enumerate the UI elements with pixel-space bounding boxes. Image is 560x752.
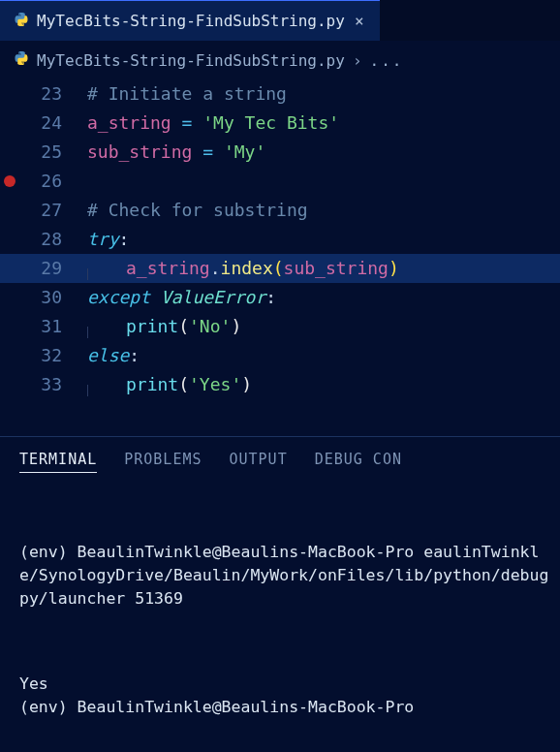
python-file-icon: [14, 50, 29, 70]
terminal-output[interactable]: (env) BeaulinTwinkle@Beaulins-MacBook-Pr…: [0, 481, 560, 752]
close-icon[interactable]: ×: [353, 12, 366, 30]
line-number[interactable]: 23: [0, 79, 87, 109]
panel-tab-output[interactable]: OUTPUT: [230, 451, 288, 473]
code-content: # Initiate a string: [87, 79, 287, 109]
code-line[interactable]: 28try:: [0, 225, 560, 254]
panel-tab-terminal[interactable]: TERMINAL: [19, 451, 97, 473]
line-number[interactable]: 27: [0, 196, 87, 225]
line-number[interactable]: 31: [0, 312, 87, 341]
line-number[interactable]: 25: [0, 138, 87, 167]
code-line[interactable]: 23# Initiate a string: [0, 79, 560, 109]
tab-bar: MyTecBits-String-FindSubString.py ×: [0, 0, 560, 41]
breadcrumb-label: MyTecBits-String-FindSubString.py: [37, 51, 345, 70]
code-line[interactable]: 26: [0, 167, 560, 196]
bottom-panel: TERMINALPROBLEMSOUTPUTDEBUG CON (env) Be…: [0, 436, 560, 752]
code-line[interactable]: 33print('Yes'): [0, 370, 560, 399]
panel-tabs: TERMINALPROBLEMSOUTPUTDEBUG CON: [0, 437, 560, 481]
line-number[interactable]: 24: [0, 109, 87, 138]
code-content: sub_string = 'My': [87, 138, 265, 167]
line-number[interactable]: 32: [0, 341, 87, 370]
breadcrumb-more[interactable]: ...: [370, 51, 404, 70]
code-line[interactable]: 31print('No'): [0, 312, 560, 341]
line-number[interactable]: 26: [0, 167, 87, 196]
code-content: print('Yes'): [87, 370, 252, 399]
code-content: else:: [87, 341, 140, 370]
python-file-icon: [14, 12, 29, 31]
code-line[interactable]: 30except ValueError:: [0, 283, 560, 312]
code-content: print('No'): [87, 312, 241, 341]
panel-tab-debug-con[interactable]: DEBUG CON: [315, 451, 402, 473]
code-line[interactable]: 32else:: [0, 341, 560, 370]
code-content: try:: [87, 225, 129, 254]
code-content: except ValueError:: [87, 283, 276, 312]
tab-label: MyTecBits-String-FindSubString.py: [37, 12, 345, 30]
line-number[interactable]: 33: [0, 370, 87, 399]
code-editor[interactable]: 23# Initiate a string24a_string = 'My Te…: [0, 76, 560, 436]
code-line[interactable]: 25sub_string = 'My': [0, 138, 560, 167]
code-content: a_string = 'My Tec Bits': [87, 109, 339, 138]
code-line[interactable]: 29a_string.index(sub_string): [0, 254, 560, 283]
terminal-line: Yes (env) BeaulinTwinkle@Beaulins-MacBoo…: [19, 673, 550, 719]
code-content: # Check for substring: [87, 196, 308, 225]
breadcrumb[interactable]: MyTecBits-String-FindSubString.py › ...: [0, 41, 560, 76]
line-number[interactable]: 28: [0, 225, 87, 254]
code-content: a_string.index(sub_string): [87, 254, 399, 283]
breakpoint-icon[interactable]: [4, 175, 16, 187]
terminal-line: (env) BeaulinTwinkle@Beaulins-MacBook-Pr…: [19, 541, 550, 611]
chevron-right-icon: ›: [353, 51, 362, 70]
code-line[interactable]: 27# Check for substring: [0, 196, 560, 225]
editor-tab[interactable]: MyTecBits-String-FindSubString.py ×: [0, 0, 380, 41]
code-line[interactable]: 24a_string = 'My Tec Bits': [0, 109, 560, 138]
line-number[interactable]: 29: [0, 254, 87, 283]
panel-tab-problems[interactable]: PROBLEMS: [124, 451, 202, 473]
line-number[interactable]: 30: [0, 283, 87, 312]
